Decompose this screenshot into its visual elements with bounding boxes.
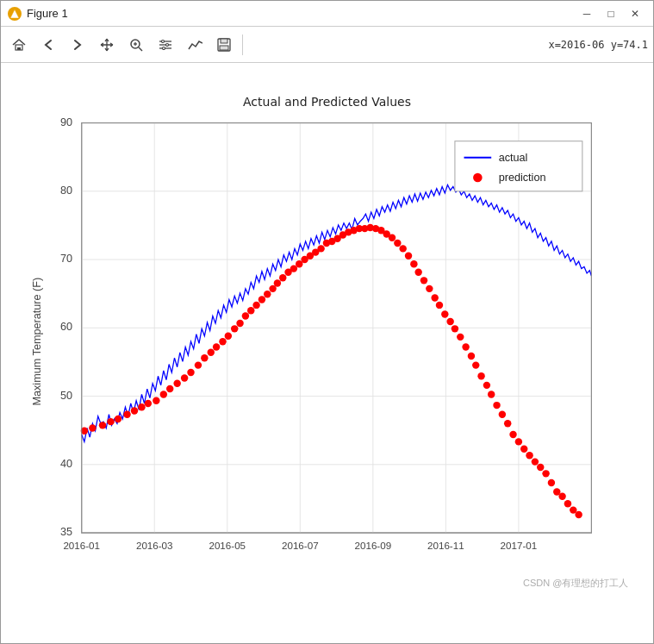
svg-point-56 <box>159 391 166 397</box>
svg-point-101 <box>414 268 421 275</box>
svg-point-110 <box>462 343 469 350</box>
svg-point-99 <box>404 252 411 259</box>
svg-point-102 <box>420 277 427 284</box>
svg-point-68 <box>236 319 243 326</box>
svg-point-72 <box>258 296 265 303</box>
svg-point-122 <box>526 452 533 459</box>
forward-button[interactable] <box>65 32 90 58</box>
svg-point-123 <box>531 458 538 465</box>
svg-point-51 <box>123 410 130 417</box>
svg-point-49 <box>107 417 114 424</box>
lines-button[interactable] <box>182 32 208 58</box>
pan-button[interactable] <box>94 32 120 58</box>
svg-point-12 <box>163 47 165 49</box>
svg-point-121 <box>520 445 527 452</box>
svg-point-115 <box>487 391 494 397</box>
svg-text:90: 90 <box>60 116 72 128</box>
toolbar: x=2016-06 y=74.1 <box>1 27 653 63</box>
chart-inner: 35 40 50 60 70 80 90 Maximum Temperature… <box>17 114 638 597</box>
plot-svg: 35 40 50 60 70 80 90 Maximum Temperature… <box>17 114 638 597</box>
svg-point-53 <box>138 403 145 410</box>
svg-point-67 <box>231 325 238 332</box>
main-window: Figure 1 ─ □ ✕ <box>0 0 654 644</box>
configure-button[interactable] <box>153 32 178 58</box>
svg-point-113 <box>477 372 484 379</box>
coords-display: x=2016-06 y=74.1 <box>548 39 648 51</box>
save-button[interactable] <box>211 32 237 58</box>
svg-text:Maximum Temperature (F): Maximum Temperature (F) <box>31 277 43 405</box>
app-icon <box>8 7 22 21</box>
svg-point-63 <box>207 348 214 355</box>
maximize-button[interactable]: □ <box>600 5 622 22</box>
svg-point-108 <box>451 325 458 332</box>
svg-rect-2 <box>17 47 21 50</box>
plot-area: Actual and Predicted Values <box>1 63 653 643</box>
svg-point-57 <box>165 385 172 391</box>
svg-point-128 <box>558 492 565 499</box>
svg-point-50 <box>114 415 121 422</box>
title-bar-left: Figure 1 <box>8 7 68 21</box>
svg-rect-14 <box>221 39 227 43</box>
svg-point-75 <box>273 279 280 286</box>
svg-point-61 <box>194 361 201 368</box>
svg-point-10 <box>162 40 165 42</box>
close-button[interactable]: ✕ <box>624 5 646 22</box>
chart-container: Actual and Predicted Values <box>17 95 638 612</box>
svg-point-100 <box>410 260 417 267</box>
svg-point-65 <box>219 337 226 344</box>
svg-point-119 <box>509 430 516 437</box>
svg-point-47 <box>89 424 96 431</box>
svg-point-106 <box>441 310 448 317</box>
svg-point-118 <box>503 420 510 427</box>
zoom-button[interactable] <box>123 32 149 58</box>
svg-point-54 <box>144 399 151 406</box>
svg-point-111 <box>467 352 474 359</box>
svg-point-129 <box>564 500 570 507</box>
svg-point-76 <box>279 273 286 280</box>
svg-point-116 <box>493 401 500 408</box>
svg-point-66 <box>224 332 231 339</box>
svg-text:80: 80 <box>60 184 72 196</box>
home-button[interactable] <box>6 32 32 58</box>
svg-point-97 <box>394 239 401 246</box>
svg-point-98 <box>399 245 406 252</box>
watermark: CSDN @有理想的打工人 <box>523 577 628 590</box>
svg-text:35: 35 <box>60 526 72 538</box>
window-controls: ─ □ ✕ <box>576 5 646 22</box>
svg-point-107 <box>446 317 453 324</box>
svg-point-117 <box>498 410 505 417</box>
svg-point-69 <box>241 312 248 319</box>
svg-text:50: 50 <box>60 389 72 401</box>
svg-rect-15 <box>220 46 228 50</box>
svg-text:2016-05: 2016-05 <box>209 540 246 551</box>
svg-point-112 <box>472 361 479 368</box>
chart-title: Actual and Predicted Values <box>17 95 638 109</box>
svg-point-83 <box>317 245 324 252</box>
svg-point-48 <box>98 422 105 428</box>
svg-point-70 <box>247 307 254 314</box>
svg-point-135 <box>473 172 483 182</box>
svg-point-55 <box>153 397 159 403</box>
svg-text:2016-03: 2016-03 <box>135 540 172 551</box>
svg-text:actual: actual <box>498 151 527 163</box>
svg-point-96 <box>388 234 395 241</box>
window-title: Figure 1 <box>27 7 68 20</box>
svg-text:40: 40 <box>60 457 72 469</box>
svg-text:2017-01: 2017-01 <box>500 540 537 551</box>
back-button[interactable] <box>35 32 61 58</box>
svg-point-131 <box>575 510 582 517</box>
svg-text:2016-01: 2016-01 <box>63 540 100 551</box>
minimize-button[interactable]: ─ <box>576 5 598 22</box>
svg-point-64 <box>212 343 219 350</box>
svg-text:2016-11: 2016-11 <box>427 540 464 551</box>
svg-point-71 <box>252 301 259 308</box>
svg-point-114 <box>483 381 489 388</box>
svg-text:2016-09: 2016-09 <box>354 540 391 551</box>
svg-point-124 <box>537 463 544 470</box>
svg-text:prediction: prediction <box>498 172 545 184</box>
svg-point-105 <box>435 301 442 308</box>
svg-point-104 <box>431 294 438 301</box>
svg-point-11 <box>166 43 169 46</box>
svg-point-60 <box>187 368 194 375</box>
svg-point-103 <box>426 284 433 291</box>
